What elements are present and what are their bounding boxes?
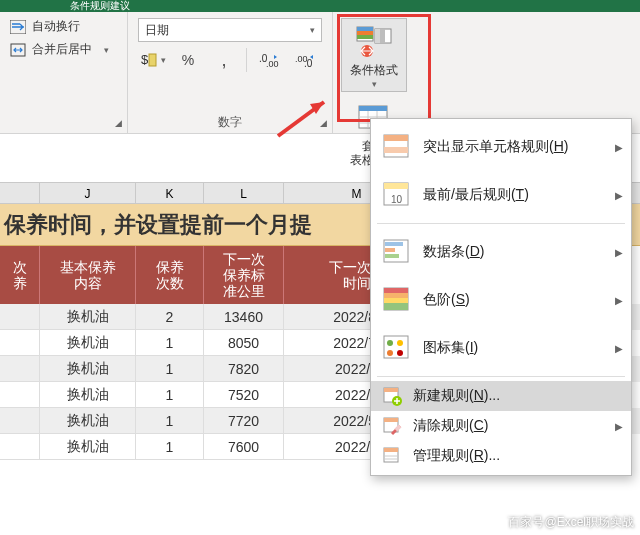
ribbon: 自动换行 合并后居中 ▾ . ◢ 日期 ▾ $ (0, 12, 640, 134)
cell[interactable]: 8050 (204, 330, 284, 356)
cell[interactable]: 13460 (204, 304, 284, 330)
svg-rect-39 (384, 298, 408, 303)
merge-center-button[interactable]: 合并后居中 ▾ (10, 41, 117, 58)
chevron-down-icon: ▾ (310, 25, 315, 35)
submenu-arrow-icon: ▶ (615, 247, 623, 258)
cell[interactable]: 7520 (204, 382, 284, 408)
svg-text:10: 10 (391, 194, 403, 205)
col-header-J[interactable]: J (40, 183, 136, 203)
svg-rect-13 (375, 29, 380, 43)
svg-rect-37 (384, 288, 408, 293)
menu-label: 清除规则(C) (413, 417, 613, 435)
svg-rect-28 (384, 147, 408, 153)
number-format-dropdown[interactable]: 日期 ▾ (138, 18, 322, 42)
cell[interactable]: 7820 (204, 356, 284, 382)
cell[interactable]: 换机油 (40, 330, 136, 356)
cell[interactable]: 1 (136, 382, 204, 408)
cell[interactable]: 换机油 (40, 304, 136, 330)
watermark: 百家号@Excel职场实战 (508, 514, 634, 531)
cell[interactable]: 换机油 (40, 408, 136, 434)
cell[interactable]: 换机油 (40, 434, 136, 460)
menu-color-scales[interactable]: 色阶(S) ▶ (371, 276, 631, 324)
number-group-label: 数字 (138, 110, 322, 131)
cell[interactable] (0, 382, 40, 408)
header-cell[interactable]: 保养 次数 (136, 246, 204, 304)
menu-clear-rules[interactable]: 清除规则(C) ▶ (371, 411, 631, 441)
menu-icon-sets[interactable]: 图标集(I) ▶ (371, 324, 631, 372)
increase-decimal-button[interactable]: .0.00 (255, 48, 283, 72)
title-bar: 条件规则建议 (0, 0, 640, 12)
svg-rect-17 (359, 106, 387, 111)
new-rule-icon (381, 385, 403, 407)
svg-rect-27 (384, 135, 408, 141)
menu-new-rule[interactable]: 新建规则(N)... (371, 381, 631, 411)
menu-label: 管理规则(R)... (413, 447, 613, 465)
currency-button[interactable]: $ ▾ (138, 48, 166, 72)
cell[interactable] (0, 356, 40, 382)
cell[interactable] (0, 330, 40, 356)
submenu-arrow-icon: ▶ (615, 295, 623, 306)
cell[interactable]: 1 (136, 408, 204, 434)
menu-highlight-rules[interactable]: 突出显示单元格规则(H) ▶ (371, 123, 631, 171)
decrease-decimal-button[interactable]: .00.0 (291, 48, 319, 72)
conditional-format-icon (355, 23, 393, 61)
col-header[interactable] (0, 183, 40, 203)
svg-rect-53 (384, 448, 398, 452)
conditional-format-button[interactable]: 条件格式 ▾ (341, 18, 407, 92)
chevron-down-icon: ▾ (98, 45, 114, 55)
col-header-L[interactable]: L (204, 183, 284, 203)
svg-rect-3 (149, 54, 156, 66)
manage-rules-icon (381, 445, 403, 467)
col-header-K[interactable]: K (136, 183, 204, 203)
cell[interactable] (0, 408, 40, 434)
merge-center-label: 合并后居中 (32, 41, 92, 58)
highlight-rules-icon (381, 131, 413, 163)
cell[interactable]: 7600 (204, 434, 284, 460)
menu-data-bars[interactable]: 数据条(D) ▶ (371, 228, 631, 276)
header-cell[interactable]: 基本保养 内容 (40, 246, 136, 304)
alignment-dialog-launcher[interactable]: ◢ (112, 118, 124, 130)
wrap-text-label: 自动换行 (32, 18, 80, 35)
cell[interactable]: 换机油 (40, 382, 136, 408)
cell[interactable]: 1 (136, 330, 204, 356)
cell[interactable]: 1 (136, 434, 204, 460)
menu-label: 新建规则(N)... (413, 387, 613, 405)
submenu-arrow-icon: ▶ (615, 421, 623, 432)
number-dialog-launcher[interactable]: ◢ (317, 118, 329, 130)
separator (246, 48, 247, 72)
svg-point-42 (387, 340, 393, 346)
cell[interactable]: 1 (136, 356, 204, 382)
svg-rect-9 (357, 27, 373, 31)
submenu-arrow-icon: ▶ (615, 343, 623, 354)
menu-label: 色阶(S) (423, 291, 613, 309)
menu-top-rules[interactable]: 10 最前/最后规则(T) ▶ (371, 171, 631, 219)
percent-button[interactable]: % (174, 48, 202, 72)
menu-manage-rules[interactable]: 管理规则(R)... (371, 441, 631, 471)
cell[interactable]: 7720 (204, 408, 284, 434)
number-format-value: 日期 (145, 22, 169, 39)
color-scales-icon (381, 284, 413, 316)
cell[interactable] (0, 434, 40, 460)
cell[interactable]: 换机油 (40, 356, 136, 382)
wrap-text-icon (10, 20, 26, 34)
styles-group: 条件格式 ▾ 套用 表格格式 ▾ 单元格样式 ▾ (333, 12, 415, 133)
menu-label: 最前/最后规则(T) (423, 186, 613, 204)
cell[interactable]: 2 (136, 304, 204, 330)
svg-text:.00: .00 (266, 59, 279, 68)
top-rules-icon: 10 (381, 179, 413, 211)
icon-sets-icon (381, 332, 413, 364)
conditional-format-menu: 突出显示单元格规则(H) ▶ 10 最前/最后规则(T) ▶ 数据条(D) ▶ … (370, 118, 632, 476)
svg-rect-34 (385, 248, 395, 252)
svg-point-45 (397, 350, 403, 356)
header-cell[interactable]: 次 养 (0, 246, 40, 304)
comma-button[interactable]: , (210, 48, 238, 72)
cell[interactable] (0, 304, 40, 330)
svg-rect-33 (385, 242, 403, 246)
svg-text:.0: .0 (304, 58, 313, 68)
chevron-down-icon: ▾ (372, 79, 377, 89)
svg-rect-14 (380, 29, 385, 43)
header-cell[interactable]: 下一次 保养标 准公里 (204, 246, 284, 304)
svg-rect-47 (384, 388, 398, 392)
wrap-text-button[interactable]: 自动换行 (10, 18, 117, 35)
submenu-arrow-icon: ▶ (615, 190, 623, 201)
